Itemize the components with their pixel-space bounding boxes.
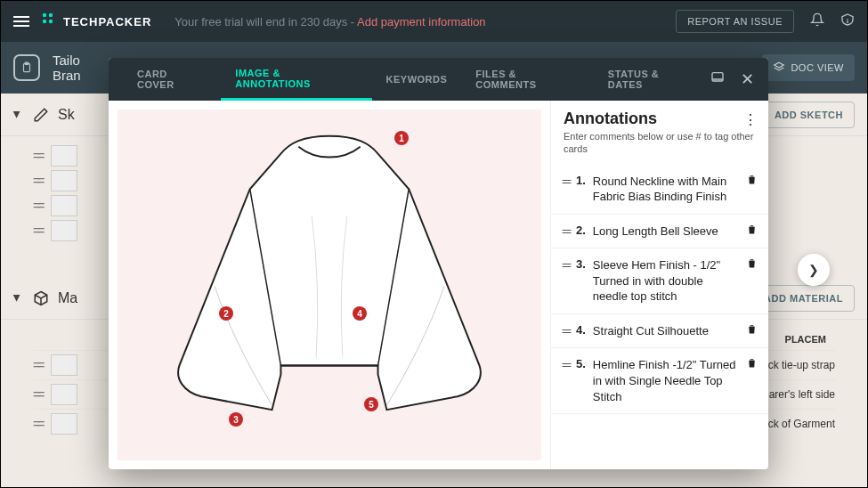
sketch-title: Sk	[58, 107, 75, 123]
close-icon[interactable]: ✕	[741, 69, 754, 89]
help-icon[interactable]	[840, 12, 855, 30]
annotation-number: 3.	[576, 257, 586, 271]
annotations-list: ==1.Round Neckline with Main Fabric Bias…	[551, 165, 768, 469]
trial-prefix: Your free trial will end in 230 days -	[174, 15, 357, 28]
project-title-line2: Bran	[53, 68, 81, 83]
chevron-down-icon[interactable]: ▶	[12, 111, 22, 118]
doc-view-label: DOC VIEW	[791, 62, 844, 73]
material-title: Ma	[58, 290, 77, 306]
next-button[interactable]: ❯	[798, 254, 830, 286]
menu-icon[interactable]	[13, 16, 29, 27]
report-issue-button[interactable]: REPORT AN ISSUE	[676, 10, 794, 33]
garment-illustration	[118, 110, 541, 436]
thumbnail	[51, 145, 77, 167]
more-icon[interactable]: ⋮	[743, 111, 758, 128]
drag-handle-icon[interactable]: ==	[33, 387, 42, 402]
pencil-icon	[33, 107, 49, 123]
drag-handle-icon[interactable]: ==	[33, 199, 42, 213]
trash-icon[interactable]	[746, 357, 758, 371]
card-modal: CARD COVER IMAGE & ANNOTATIONS KEYWORDS …	[109, 58, 768, 469]
annotation-item[interactable]: ==2.Long Length Bell Sleeve	[551, 215, 768, 249]
annotations-subtitle: Enter comments below or use # to tag oth…	[564, 130, 756, 156]
annotation-marker[interactable]: 5	[364, 397, 378, 411]
drag-handle-icon[interactable]: ==	[33, 358, 42, 372]
annotation-marker[interactable]: 4	[353, 306, 367, 321]
annotation-text: Sleeve Hem Finish - 1/2" Turned in with …	[593, 257, 739, 305]
bell-icon[interactable]	[810, 12, 824, 30]
annotation-text: Straight Cut Silhouette	[593, 323, 739, 339]
project-title: Tailo Bran	[53, 53, 81, 83]
annotation-item[interactable]: ==1.Round Neckline with Main Fabric Bias…	[551, 165, 768, 215]
modal-tabs: CARD COVER IMAGE & ANNOTATIONS KEYWORDS …	[109, 58, 768, 101]
svg-point-4	[848, 21, 848, 22]
clipboard-icon	[13, 54, 40, 81]
add-payment-link[interactable]: Add payment information	[357, 15, 486, 28]
thumbnail	[51, 220, 77, 241]
cube-icon	[33, 290, 49, 306]
tab-status-dates[interactable]: STATUS & DATES	[594, 58, 710, 101]
annotation-marker[interactable]: 1	[394, 131, 409, 145]
drag-handle-icon[interactable]: ==	[33, 149, 42, 163]
drag-handle-icon[interactable]: ==	[33, 224, 42, 238]
add-sketch-button[interactable]: ADD SKETCH	[763, 102, 855, 128]
drag-handle-icon[interactable]: ==	[33, 174, 42, 188]
annotation-marker[interactable]: 3	[229, 412, 243, 427]
tab-image-annotations[interactable]: IMAGE & ANNOTATIONS	[221, 58, 371, 101]
trash-icon[interactable]	[746, 224, 758, 238]
svg-point-3	[49, 19, 53, 22]
app-header: TECHPACKER Your free trial will end in 2…	[1, 1, 867, 42]
thumbnail	[51, 413, 77, 435]
svg-point-0	[43, 12, 46, 16]
thumbnail	[51, 354, 77, 376]
svg-point-2	[43, 19, 46, 22]
thumbnail	[51, 384, 77, 405]
drag-handle-icon[interactable]: ==	[562, 175, 569, 188]
annotation-item[interactable]: ==3.Sleeve Hem Finish - 1/2" Turned in w…	[551, 248, 768, 314]
annotation-number: 2.	[576, 224, 586, 237]
annotation-image[interactable]: 12345	[118, 110, 541, 460]
annotation-number: 5.	[576, 357, 586, 370]
annotations-panel: Annotations Enter comments below or use …	[550, 101, 768, 469]
brand-text: TECHPACKER	[63, 15, 151, 28]
annotation-item[interactable]: ==5.Hemline Finish -1/2" Turned in with …	[551, 348, 768, 414]
drag-handle-icon[interactable]: ==	[562, 259, 569, 272]
trash-icon[interactable]	[746, 323, 758, 338]
thumbnail	[51, 170, 77, 191]
drag-handle-icon[interactable]: ==	[562, 225, 569, 238]
drag-handle-icon[interactable]: ==	[562, 325, 569, 338]
tab-files-comments[interactable]: FILES & COMMENTS	[461, 58, 594, 101]
logo[interactable]: TECHPACKER	[42, 12, 151, 31]
annotation-text: Round Neckline with Main Fabric Bias Bin…	[593, 174, 739, 205]
thumbnail	[51, 195, 77, 216]
project-title-line1: Tailo	[53, 53, 81, 68]
annotation-marker[interactable]: 2	[219, 306, 233, 321]
chevron-down-icon[interactable]: ▶	[12, 295, 22, 302]
svg-point-1	[49, 12, 53, 16]
annotation-number: 4.	[576, 323, 586, 337]
drag-handle-icon[interactable]: ==	[33, 417, 42, 431]
annotation-text: Long Length Bell Sleeve	[593, 224, 739, 240]
layers-icon	[773, 61, 785, 74]
doc-view-button[interactable]: DOC VIEW	[762, 54, 855, 81]
annotations-title: Annotations	[564, 110, 756, 128]
drag-handle-icon[interactable]: ==	[562, 359, 569, 371]
trial-notice: Your free trial will end in 230 days - A…	[174, 15, 485, 28]
tab-card-cover[interactable]: CARD COVER	[123, 58, 221, 101]
logo-icon	[42, 12, 58, 31]
annotation-text: Hemline Finish -1/2" Turned in with Sing…	[593, 357, 739, 404]
trash-icon[interactable]	[746, 174, 758, 188]
trash-icon[interactable]	[746, 257, 758, 272]
device-icon[interactable]	[710, 70, 725, 88]
annotation-item[interactable]: ==4.Straight Cut Silhouette	[551, 314, 768, 349]
annotation-number: 1.	[576, 174, 586, 187]
tab-keywords[interactable]: KEYWORDS	[372, 58, 462, 101]
